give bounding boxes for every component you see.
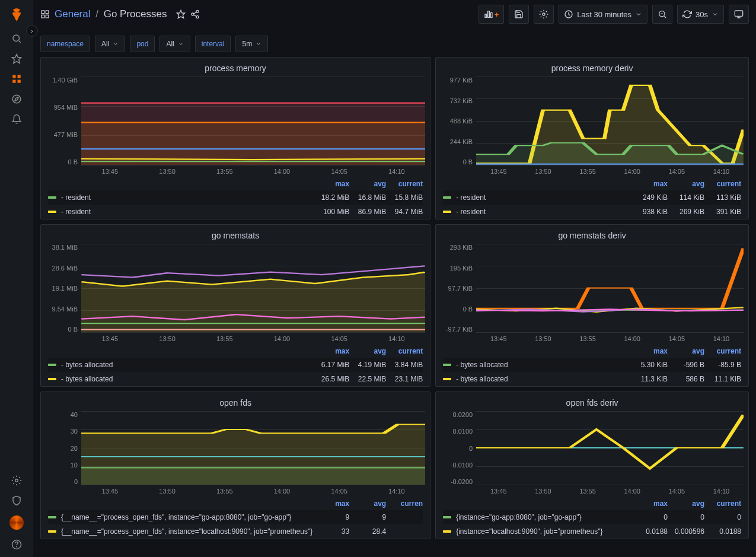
- x-axis: 13:4513:5013:5514:0014:0514:10: [476, 333, 744, 345]
- share-icon[interactable]: [190, 9, 200, 19]
- search-icon[interactable]: [11, 33, 22, 44]
- chart-area[interactable]: 293 KiB195 KiB97.7 KiB0 B-97.7 KiB: [441, 244, 744, 333]
- svg-point-16: [196, 10, 199, 12]
- legend-row[interactable]: - resident938 KiB269 KiB391 KiB: [443, 205, 741, 219]
- chart-area[interactable]: 1.40 GiB954 MiB477 MiB0 B: [46, 77, 425, 165]
- legend-value: 269 KiB: [668, 208, 704, 216]
- var-interval-select[interactable]: 5m: [235, 36, 268, 52]
- zoom-out-button[interactable]: [652, 5, 672, 24]
- variable-row: namespace All pod All interval 5m: [40, 31, 749, 57]
- legend-swatch: [443, 211, 451, 213]
- plot: [81, 411, 425, 485]
- star-outline-icon[interactable]: [176, 9, 186, 19]
- legend-swatch: [48, 196, 56, 199]
- legend-row[interactable]: - bytes allocated11.3 KiB586 B11.1 KiB: [443, 372, 741, 386]
- legend-row[interactable]: - resident18.2 MiB16.8 MiB15.8 MiB: [48, 190, 423, 205]
- configuration-icon[interactable]: [11, 475, 22, 486]
- svg-rect-2: [12, 75, 15, 78]
- legend-value: 33: [312, 527, 349, 536]
- legend-swatch: [48, 211, 56, 213]
- legend-swatch: [48, 530, 56, 533]
- star-icon[interactable]: [11, 53, 22, 64]
- panel-p1[interactable]: process memory 1.40 GiB954 MiB477 MiB0 B…: [40, 57, 430, 219]
- legend-name: - bytes allocated: [61, 361, 312, 369]
- panel-p4[interactable]: go memstats deriv 293 KiB195 KiB97.7 KiB…: [435, 224, 749, 387]
- legend-row[interactable]: - resident100 MiB86.9 MiB94.7 MiB: [48, 205, 423, 219]
- user-avatar[interactable]: [9, 515, 24, 530]
- legend-row[interactable]: {instance="localhost:9090", job="prometh…: [443, 524, 741, 539]
- legend-value: 0.0188: [704, 527, 741, 536]
- panel-p2[interactable]: process memory deriv 977 KiB732 KiB488 K…: [435, 57, 749, 219]
- legend-name: - bytes allocated: [456, 361, 631, 369]
- chevron-down-icon: [635, 11, 642, 18]
- breadcrumb-name[interactable]: Go Processes: [104, 8, 167, 20]
- chart-area[interactable]: 403020100: [46, 411, 425, 485]
- legend-row[interactable]: {__name__="process_open_fds", instance="…: [48, 524, 423, 539]
- var-pod-select[interactable]: All: [160, 36, 190, 52]
- svg-rect-11: [42, 11, 44, 14]
- legend-row[interactable]: - resident249 KiB114 KiB113 KiB: [443, 190, 741, 205]
- panel-title: go memstats deriv: [441, 228, 744, 244]
- refresh-button[interactable]: 30s: [677, 5, 724, 24]
- sidebar: [0, 0, 33, 557]
- dashboards-icon[interactable]: [11, 74, 22, 84]
- svg-rect-14: [46, 15, 49, 18]
- chart-area[interactable]: 38.1 MiB28.6 MiB19.1 MiB9.54 MiB0 B: [46, 244, 425, 333]
- legend: maxavgcurrent - resident18.2 MiB16.8 MiB…: [48, 177, 423, 219]
- legend-value: 938 KiB: [631, 208, 668, 216]
- legend-value: 9: [349, 513, 386, 521]
- x-axis: 13:4513:5013:5514:0014:0514:10: [81, 165, 425, 177]
- add-panel-button[interactable]: +: [479, 5, 505, 24]
- breadcrumb-folder[interactable]: General: [55, 8, 90, 20]
- legend-value: 26.5 MiB: [312, 375, 349, 383]
- clock-icon: [564, 9, 573, 19]
- legend-value: 4.19 MiB: [349, 361, 386, 369]
- legend-row[interactable]: {instance="go-app:8080", job="go-app"}00…: [443, 510, 741, 524]
- topbar: General / Go Processes + Last 30 minutes…: [33, 0, 756, 28]
- save-dashboard-button[interactable]: [509, 5, 529, 24]
- legend-header: maxavgcurrent: [48, 345, 423, 358]
- alerting-icon[interactable]: [11, 114, 22, 125]
- legend-swatch: [48, 378, 56, 380]
- legend-value: 0.000596: [668, 527, 704, 536]
- legend-swatch: [443, 530, 451, 533]
- var-namespace-select[interactable]: All: [95, 36, 125, 52]
- legend-row[interactable]: {__name__="process_open_fds", instance="…: [48, 510, 423, 524]
- admin-icon[interactable]: [11, 495, 22, 506]
- legend: maxavgcurrent - resident249 KiB114 KiB11…: [443, 177, 741, 219]
- chart-area[interactable]: 0.02000.01000-0.0100-0.0200: [441, 411, 744, 485]
- panel-title: go memstats: [46, 228, 425, 244]
- svg-point-6: [12, 95, 21, 103]
- svg-point-10: [17, 546, 17, 547]
- panel-p5[interactable]: open fds 403020100 13:4513:5013:5514:001…: [40, 392, 430, 539]
- legend-swatch: [443, 378, 451, 380]
- explore-icon[interactable]: [11, 94, 22, 104]
- legend-value: 114 KiB: [668, 193, 704, 202]
- legend-value: -596 B: [668, 361, 704, 369]
- plot: [81, 244, 425, 333]
- svg-rect-22: [735, 11, 742, 16]
- svg-rect-5: [18, 80, 21, 83]
- legend-row[interactable]: - bytes allocated6.17 MiB4.19 MiB3.84 Mi…: [48, 358, 423, 372]
- panel-p3[interactable]: go memstats 38.1 MiB28.6 MiB19.1 MiB9.54…: [40, 224, 430, 387]
- legend: maxavgcurrent - bytes allocated5.30 KiB-…: [443, 345, 741, 386]
- chart-area[interactable]: 977 KiB732 KiB488 KiB244 KiB0 B: [441, 77, 744, 165]
- legend-value: 100 MiB: [312, 208, 349, 216]
- y-axis: 977 KiB732 KiB488 KiB244 KiB0 B: [441, 77, 476, 165]
- plot: [81, 77, 425, 165]
- dashboard-settings-button[interactable]: [534, 5, 554, 24]
- grafana-logo-icon[interactable]: [8, 7, 25, 24]
- legend-header: maxavgcurrent: [443, 345, 741, 358]
- legend-row[interactable]: - bytes allocated26.5 MiB22.5 MiB23.1 Mi…: [48, 372, 423, 386]
- legend-value: 391 KiB: [704, 208, 741, 216]
- help-icon[interactable]: [11, 539, 22, 550]
- panel-title: process memory deriv: [441, 61, 744, 77]
- legend-value: 23.1 MiB: [386, 375, 423, 383]
- legend-row[interactable]: - bytes allocated5.30 KiB-596 B-85.9 B: [443, 358, 741, 372]
- legend-swatch: [48, 516, 56, 518]
- var-namespace-label: namespace: [40, 36, 90, 52]
- y-axis: 403020100: [46, 411, 81, 485]
- tv-mode-button[interactable]: [729, 5, 749, 24]
- time-range-picker[interactable]: Last 30 minutes: [559, 5, 647, 24]
- panel-p6[interactable]: open fds deriv 0.02000.01000-0.0100-0.02…: [435, 392, 749, 539]
